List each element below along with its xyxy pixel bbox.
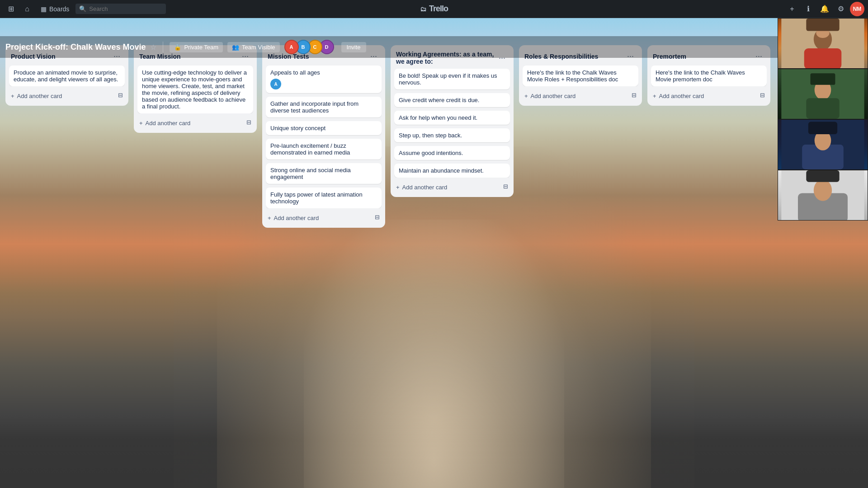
add-card-mission-tests[interactable]: + Add another card	[266, 212, 373, 224]
video-tile-3	[778, 119, 868, 170]
card-team-mission-1[interactable]: Use cutting-edge technology to deliver a…	[137, 66, 253, 113]
apps-button[interactable]: ⊞	[4, 2, 18, 16]
list-cards-product-vision: Produce an animated movie to surprise, e…	[9, 66, 125, 86]
svg-rect-7	[806, 98, 839, 119]
add-card-team-mission[interactable]: + Add another card	[137, 117, 245, 129]
notifications-button[interactable]: 🔔	[817, 2, 832, 16]
list-mission-tests: Mission Tests ··· Appeals to all ages A …	[262, 45, 385, 228]
card-mission-tests-1[interactable]: Appeals to all ages A ✏	[266, 66, 382, 93]
list-cards-working-agreements: Be bold! Speak up even if it makes us ne…	[394, 69, 510, 178]
member-avatars: A B C D	[287, 40, 334, 54]
template-btn-mission-tests[interactable]: ⊟	[373, 212, 382, 222]
boards-icon: ▦	[41, 5, 47, 13]
list-cards-roles-responsibilities: Here's the link to the Chalk Waves Movie…	[523, 66, 638, 86]
card-working-agreements-6[interactable]: Maintain an abundance mindset. ✏	[394, 164, 510, 178]
logo: 🗂 Trello	[420, 4, 448, 14]
video-tile-2	[778, 69, 868, 119]
add-card-premortem[interactable]: + Add another card	[651, 90, 758, 102]
card-mission-tests-5[interactable]: Strong online and social media engagemen…	[266, 163, 382, 184]
list-cards-mission-tests: Appeals to all ages A ✏ Gather and incor…	[266, 66, 382, 208]
boards-label: Boards	[49, 5, 69, 13]
team-visible-button[interactable]: 👥 Team Visible	[227, 42, 279, 52]
list-cards-team-mission: Use cutting-edge technology to deliver a…	[137, 66, 253, 113]
add-card-product-vision[interactable]: + Add another card	[9, 90, 116, 102]
svg-rect-19	[806, 170, 839, 182]
invite-button[interactable]: Invite	[341, 42, 366, 52]
member-avatar-1[interactable]: A	[284, 40, 299, 54]
star-button[interactable]: ☆	[150, 43, 156, 52]
board-header: Project Kick-off: Chalk Waves Movie ☆ 🔒 …	[0, 36, 868, 58]
top-nav: ⊞ ⌂ ▦ Boards 🔍 🗂 Trello + ℹ 🔔 ⚙ NM	[0, 0, 868, 18]
apps-icon: ⊞	[8, 5, 14, 13]
invite-label: Invite	[347, 44, 361, 51]
template-btn-product-vision[interactable]: ⊟	[116, 90, 125, 100]
private-label: Private Team	[184, 44, 218, 51]
add-card-row-working-agreements: + Add another card ⊟	[394, 179, 510, 193]
template-btn-premortem[interactable]: ⊟	[758, 90, 767, 100]
bell-icon: 🔔	[820, 5, 829, 13]
settings-button[interactable]: ⚙	[834, 2, 848, 16]
users-icon: 👥	[232, 44, 239, 51]
nav-right: + ℹ 🔔 ⚙ NM	[785, 2, 864, 16]
add-card-row-team-mission: + Add another card ⊟	[137, 115, 253, 129]
svg-rect-14	[808, 122, 837, 135]
video-tile-4	[778, 170, 868, 221]
plus-icon: +	[268, 215, 271, 221]
star-icon: ☆	[150, 43, 156, 51]
gear-icon: ⚙	[838, 5, 844, 13]
card-premortem-1[interactable]: Here's the link to the Chalk Waves Movie…	[651, 66, 767, 86]
team-visible-label: Team Visible	[242, 44, 275, 51]
template-btn-working-agreements[interactable]: ⊟	[501, 181, 510, 192]
add-card-row-roles: + Add another card ⊟	[523, 88, 638, 102]
add-card-working-agreements[interactable]: + Add another card	[394, 181, 501, 193]
template-btn-roles[interactable]: ⊟	[630, 90, 638, 100]
svg-rect-4	[806, 19, 839, 31]
list-team-mission: Team Mission ··· Use cutting-edge techno…	[134, 45, 257, 133]
svg-rect-2	[804, 48, 842, 68]
card-mission-tests-4[interactable]: Pre-launch excitement / buzz demonstrate…	[266, 139, 382, 160]
card-working-agreements-2[interactable]: Give credit where credit is due. ✏	[394, 93, 510, 107]
search-icon: 🔍	[79, 5, 86, 12]
home-icon: ⌂	[25, 5, 29, 13]
add-card-row-product-vision: + Add another card ⊟	[9, 88, 125, 102]
logo-text: Trello	[429, 4, 448, 14]
card-mission-tests-6[interactable]: Fully taps power of latest animation tec…	[266, 188, 382, 208]
add-card-row-mission-tests: + Add another card ⊟	[266, 210, 382, 224]
plus-icon: +	[653, 93, 656, 99]
card-working-agreements-3[interactable]: Ask for help when you need it. ✏	[394, 111, 510, 125]
card-working-agreements-5[interactable]: Assume good intentions. ✏	[394, 146, 510, 160]
template-btn-team-mission[interactable]: ⊟	[245, 117, 253, 127]
lock-icon: 🔒	[174, 44, 181, 51]
card-mission-tests-3[interactable]: Unique story concept ✏	[266, 121, 382, 135]
card-roles-1[interactable]: Here's the link to the Chalk Waves Movie…	[523, 66, 638, 86]
video-tile-1	[778, 18, 868, 69]
add-card-row-premortem: + Add another card ⊟	[651, 88, 767, 102]
card-working-agreements-4[interactable]: Step up, then step back. ✏	[394, 128, 510, 142]
header-divider	[163, 42, 163, 52]
plus-icon: +	[396, 184, 400, 191]
list-working-agreements: Working Agreements: as a team, we agree …	[391, 45, 514, 197]
search-input[interactable]	[89, 5, 157, 12]
create-button[interactable]: +	[785, 2, 799, 16]
add-card-roles[interactable]: + Add another card	[523, 90, 630, 102]
logo-icon: 🗂	[420, 5, 426, 13]
list-cards-premortem: Here's the link to the Chalk Waves Movie…	[651, 66, 767, 86]
user-avatar[interactable]: NM	[850, 2, 864, 16]
board-title: Project Kick-off: Chalk Waves Movie	[5, 42, 146, 52]
video-panel	[778, 18, 868, 221]
plus-icon: +	[790, 5, 794, 13]
card-working-agreements-1[interactable]: Be bold! Speak up even if it makes us ne…	[394, 69, 510, 89]
private-team-button[interactable]: 🔒 Private Team	[170, 42, 223, 52]
board-content: Product Vision ··· Produce an animated m…	[0, 40, 868, 488]
search-box: 🔍	[75, 4, 166, 14]
info-icon: ℹ	[807, 5, 810, 13]
plus-icon: +	[11, 93, 14, 99]
card-product-vision-1[interactable]: Produce an animated movie to surprise, e…	[9, 66, 125, 86]
boards-button[interactable]: ▦ Boards	[36, 4, 74, 14]
plus-icon: +	[524, 93, 528, 99]
svg-rect-9	[811, 73, 835, 85]
card-mission-tests-2[interactable]: Gather and incorporate input from divers…	[266, 97, 382, 117]
home-button[interactable]: ⌂	[20, 2, 34, 16]
plus-icon: +	[139, 120, 143, 127]
info-button[interactable]: ℹ	[801, 2, 816, 16]
